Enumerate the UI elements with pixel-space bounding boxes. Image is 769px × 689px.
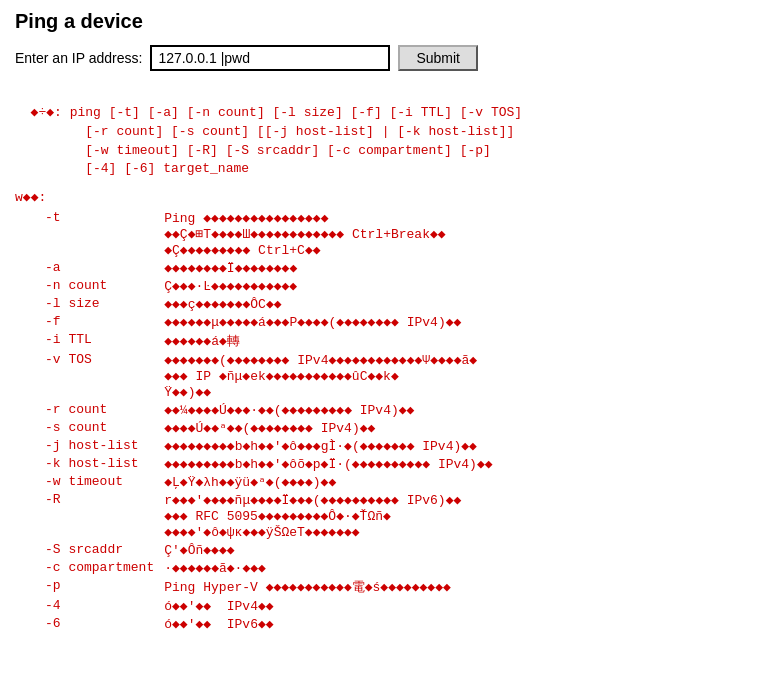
param-flag: -p <box>15 577 154 597</box>
param-row: -v TOS◆◆◆◆◆◆◆(◆◆◆◆◆◆◆◆ IPv4◆◆◆◆◆◆◆◆◆◆◆◆Ψ… <box>15 351 493 401</box>
cmd-line1: ◆÷◆: ping [-t] [-a] [-n count] [-l size]… <box>31 105 523 120</box>
param-flag: -r count <box>15 401 154 419</box>
param-row: -4ó◆◆'◆◆ IPv4◆◆ <box>15 597 493 615</box>
param-flag: -t <box>15 209 154 259</box>
param-flag: -a <box>15 259 154 277</box>
param-desc: Ç◆◆◆·Ŀ◆◆◆◆◆◆◆◆◆◆◆ <box>154 277 492 295</box>
param-desc: ◆◆◆◆◆◆μ◆◆◆◆◆á◆◆◆P◆◆◆◆(◆◆◆◆◆◆◆◆ IPv4)◆◆ <box>154 313 492 331</box>
param-flag: -v TOS <box>15 351 154 401</box>
ip-input-row: Enter an IP address: Submit <box>15 45 754 71</box>
param-desc: ◆Ļ◆Ÿ◆λh◆◆ÿü◆ᵃ◆(◆◆◆◆)◆◆ <box>154 473 492 491</box>
param-flag: -4 <box>15 597 154 615</box>
param-flag: -S srcaddr <box>15 541 154 559</box>
param-flag: -c compartment <box>15 559 154 577</box>
param-flag: -6 <box>15 615 154 633</box>
param-row: -j host-list◆◆◆◆◆◆◆◆◆b◆h◆◆'◆ô◆◆◆gÌ·◆(◆◆◆… <box>15 437 493 455</box>
param-row: -n countÇ◆◆◆·Ŀ◆◆◆◆◆◆◆◆◆◆◆ <box>15 277 493 295</box>
param-desc: ◆◆◆◆◆◆◆◆Ï◆◆◆◆◆◆◆◆ <box>154 259 492 277</box>
param-row: -r count◆◆¼◆◆◆◆Ú◆◆◆·◆◆(◆◆◆◆◆◆◆◆◆ IPv4)◆◆ <box>15 401 493 419</box>
param-desc: ◆◆◆◆◆◆◆◆◆b◆h◆◆'◆ô◆◆◆gÌ·◆(◆◆◆◆◆◆◆ IPv4)◆◆ <box>154 437 492 455</box>
param-flag: -l size <box>15 295 154 313</box>
ip-address-input[interactable] <box>150 45 390 71</box>
param-flag: -w timeout <box>15 473 154 491</box>
cmd-output-block: ◆÷◆: ping [-t] [-a] [-n count] [-l size]… <box>15 85 754 179</box>
param-desc: Ç'◆Ôñ◆◆◆◆ <box>154 541 492 559</box>
param-desc: Ping ◆◆◆◆◆◆◆◆◆◆◆◆◆◆◆◆ ◆◆Ç◆⊞T◆◆◆◆Ш◆◆◆◆◆◆◆… <box>154 209 492 259</box>
param-desc: ◆◆◆◆◆◆◆(◆◆◆◆◆◆◆◆ IPv4◆◆◆◆◆◆◆◆◆◆◆◆Ψ◆◆◆◆ã◆… <box>154 351 492 401</box>
param-desc: r◆◆◆'◆◆◆◆ñμ◆◆◆◆Ï◆◆◆(◆◆◆◆◆◆◆◆◆◆ IPv6)◆◆ ◆… <box>154 491 492 541</box>
params-table: -tPing ◆◆◆◆◆◆◆◆◆◆◆◆◆◆◆◆ ◆◆Ç◆⊞T◆◆◆◆Ш◆◆◆◆◆… <box>15 209 493 633</box>
cmd-line4: [-4] [-6] target_name <box>15 161 249 176</box>
param-row: -S srcaddrÇ'◆Ôñ◆◆◆◆ <box>15 541 493 559</box>
param-flag: -k host-list <box>15 455 154 473</box>
param-row: -s count◆◆◆◆Ú◆◆ᵃ◆◆(◆◆◆◆◆◆◆◆ IPv4)◆◆ <box>15 419 493 437</box>
param-row: -f◆◆◆◆◆◆μ◆◆◆◆◆á◆◆◆P◆◆◆◆(◆◆◆◆◆◆◆◆ IPv4)◆◆ <box>15 313 493 331</box>
param-row: -w timeout◆Ļ◆Ÿ◆λh◆◆ÿü◆ᵃ◆(◆◆◆◆)◆◆ <box>15 473 493 491</box>
param-desc: ◆◆◆ç◆◆◆◆◆◆◆ÔC◆◆ <box>154 295 492 313</box>
param-row: -c compartment·◆◆◆◆◆◆ã◆·◆◆◆ <box>15 559 493 577</box>
param-flag: -s count <box>15 419 154 437</box>
param-row: -l size◆◆◆ç◆◆◆◆◆◆◆ÔC◆◆ <box>15 295 493 313</box>
param-desc: ó◆◆'◆◆ IPv4◆◆ <box>154 597 492 615</box>
cmd-line3: [-w timeout] [-R] [-S srcaddr] [-c compa… <box>15 143 491 158</box>
param-row: -Rr◆◆◆'◆◆◆◆ñμ◆◆◆◆Ï◆◆◆(◆◆◆◆◆◆◆◆◆◆ IPv6)◆◆… <box>15 491 493 541</box>
param-row: -pPing Hyper-V ◆◆◆◆◆◆◆◆◆◆◆電◆ś◆◆◆◆◆◆◆◆◆ <box>15 577 493 597</box>
param-desc: ·◆◆◆◆◆◆ã◆·◆◆◆ <box>154 559 492 577</box>
param-flag: -i TTL <box>15 331 154 351</box>
param-row: -i TTL◆◆◆◆◆◆á◆轉 <box>15 331 493 351</box>
param-row: -k host-list◆◆◆◆◆◆◆◆◆b◆h◆◆'◆ôõ◆p◆Ï·(◆◆◆◆… <box>15 455 493 473</box>
ip-label: Enter an IP address: <box>15 50 142 66</box>
param-desc: ◆◆¼◆◆◆◆Ú◆◆◆·◆◆(◆◆◆◆◆◆◆◆◆ IPv4)◆◆ <box>154 401 492 419</box>
params-header: w◆◆: <box>15 189 754 205</box>
param-desc: ◆◆◆◆Ú◆◆ᵃ◆◆(◆◆◆◆◆◆◆◆ IPv4)◆◆ <box>154 419 492 437</box>
param-flag: -j host-list <box>15 437 154 455</box>
param-flag: -R <box>15 491 154 541</box>
submit-button[interactable]: Submit <box>398 45 478 71</box>
param-flag: -n count <box>15 277 154 295</box>
param-row: -tPing ◆◆◆◆◆◆◆◆◆◆◆◆◆◆◆◆ ◆◆Ç◆⊞T◆◆◆◆Ш◆◆◆◆◆… <box>15 209 493 259</box>
param-desc: ó◆◆'◆◆ IPv6◆◆ <box>154 615 492 633</box>
param-desc: ◆◆◆◆◆◆◆◆◆b◆h◆◆'◆ôõ◆p◆Ï·(◆◆◆◆◆◆◆◆◆◆ IPv4)… <box>154 455 492 473</box>
param-row: -a◆◆◆◆◆◆◆◆Ï◆◆◆◆◆◆◆◆ <box>15 259 493 277</box>
param-row: -6ó◆◆'◆◆ IPv6◆◆ <box>15 615 493 633</box>
param-flag: -f <box>15 313 154 331</box>
cmd-line2: [-r count] [-s count] [[-j host-list] | … <box>15 124 514 139</box>
page-title: Ping a device <box>15 10 754 33</box>
param-desc: ◆◆◆◆◆◆á◆轉 <box>154 331 492 351</box>
param-desc: Ping Hyper-V ◆◆◆◆◆◆◆◆◆◆◆電◆ś◆◆◆◆◆◆◆◆◆ <box>154 577 492 597</box>
